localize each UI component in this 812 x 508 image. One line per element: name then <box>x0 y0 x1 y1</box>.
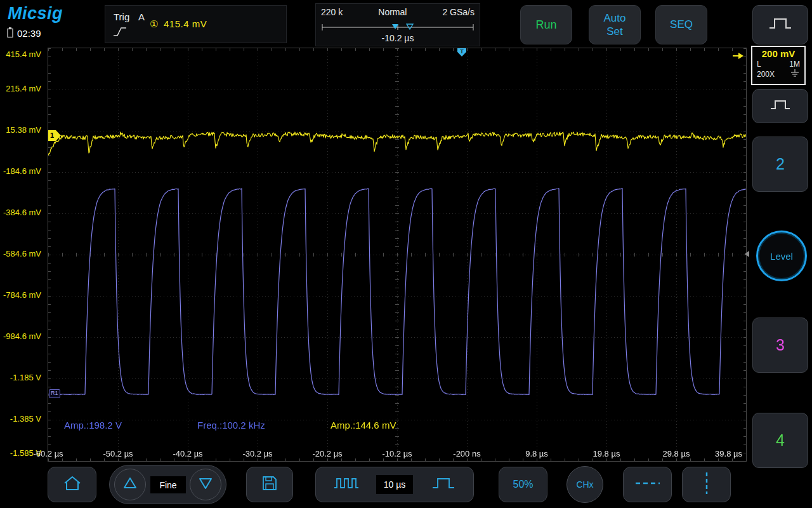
trigger-source: A <box>138 11 145 22</box>
fine-mode-label[interactable]: Fine <box>150 476 186 493</box>
trigger-mode-button[interactable] <box>752 89 808 123</box>
timebase-zoom-out-button[interactable] <box>316 467 376 502</box>
channel2-label: 2 <box>776 155 785 173</box>
channel2-button[interactable]: 2 <box>752 137 808 192</box>
measurement-readout: Freq.:100.2 kHz <box>197 420 265 431</box>
triangle-up-icon <box>122 476 138 493</box>
y-axis-label: -1.385 V <box>1 414 41 424</box>
acquisition-status-box[interactable]: 220 k Normal 2 GSa/s -10.2 µs <box>315 3 480 46</box>
multi-pulse-icon <box>334 475 359 494</box>
trigger-channel-badge: ① <box>150 18 158 30</box>
auto-set-button[interactable]: Auto Set <box>589 5 641 44</box>
measurement-readout: Amp.:144.6 mV <box>331 420 396 431</box>
save-button[interactable] <box>246 467 293 502</box>
home-icon <box>63 475 82 494</box>
single-pulse-icon <box>432 475 455 494</box>
reference-waveform-marker[interactable]: R1 <box>49 389 60 398</box>
channel1-probe: 200X <box>757 70 775 79</box>
channel1-settings[interactable]: 200 mV L 1M 200X <box>751 46 806 85</box>
channel4-label: 4 <box>776 431 785 450</box>
x-axis-label: -40.2 µs <box>173 449 202 458</box>
trigger-slope-button[interactable] <box>752 5 808 44</box>
vertical-cursor-button[interactable] <box>682 467 731 502</box>
y-axis-label: -384.6 mV <box>1 208 41 217</box>
trigger-info-box[interactable]: Trig A ① 415.4 mV <box>105 5 287 43</box>
rising-edge-icon <box>113 26 127 40</box>
channel4-button[interactable]: 4 <box>752 413 808 468</box>
window-position-tick <box>407 24 413 29</box>
fine-adjust-group: Fine <box>109 465 226 504</box>
level-knob[interactable]: Level <box>756 231 807 281</box>
y-axis-label: 15.38 mV <box>1 125 41 135</box>
run-stop-button[interactable]: Run <box>520 5 572 44</box>
horizontal-dashed-line-icon <box>635 478 660 491</box>
y-axis-label: -584.6 mV <box>1 249 41 258</box>
home-button[interactable] <box>48 467 96 502</box>
memory-depth: 220 k <box>321 7 343 17</box>
trigger-level-value: 415.4 mV <box>164 18 207 29</box>
y-axis-label: 215.4 mV <box>1 84 41 93</box>
x-axis-label: 29.8 µs <box>663 449 690 458</box>
horizontal-cursor-button[interactable] <box>623 467 672 502</box>
measurement-readout: Amp.:198.2 V <box>64 420 122 431</box>
x-axis-label: 9.8 µs <box>525 449 548 458</box>
trigger-label: Trig <box>114 11 129 22</box>
channel3-button[interactable]: 3 <box>752 318 808 373</box>
vertical-dashed-line-icon <box>701 472 712 497</box>
level-knob-label: Level <box>770 251 793 262</box>
trigger-level-arrow[interactable] <box>733 51 744 62</box>
x-axis-label: 39.8 µs <box>715 449 742 458</box>
decrement-button[interactable] <box>190 469 221 500</box>
acquisition-mode: Normal <box>378 7 407 17</box>
timebase-control: 10 µs <box>315 467 474 502</box>
sample-rate: 2 GSa/s <box>442 7 475 17</box>
channel3-label: 3 <box>776 336 785 354</box>
channel1-coupling: L <box>757 60 761 69</box>
seq-button[interactable]: SEQ <box>655 5 707 44</box>
y-axis-label: -784.6 mV <box>1 290 41 300</box>
horizontal-position-indicator <box>321 22 475 32</box>
level-pointer-icon <box>745 251 749 257</box>
x-axis-label: -200 ns <box>453 449 480 458</box>
waveform-canvas[interactable] <box>48 48 746 461</box>
x-axis-label: -10.2 µs <box>382 449 412 458</box>
x-axis-label: 19.8 µs <box>593 449 620 458</box>
horizontal-delay: -10.2 µs <box>316 33 480 43</box>
y-axis-label: -184.6 mV <box>1 166 41 176</box>
y-axis-label: -984.6 mV <box>1 331 41 341</box>
oscilloscope-app: Micsig 02:39 Trig A ① 415.4 mV 220 k Nor… <box>0 0 812 508</box>
timebase-zoom-in-button[interactable] <box>413 467 473 502</box>
timebase-value[interactable]: 10 µs <box>376 475 413 494</box>
x-axis-label: -20.2 µs <box>312 449 342 458</box>
x-axis-label: -60.2 µs <box>33 449 63 458</box>
graticule[interactable]: T 1 R1 Amp.:198.2 VFreq.:100.2 kHzAmp.:1… <box>48 48 747 462</box>
trigger-position-50-button[interactable]: 50% <box>499 467 547 502</box>
channel1-impedance: 1M <box>789 60 800 69</box>
ground-icon <box>790 69 800 79</box>
save-icon <box>261 475 278 494</box>
increment-button[interactable] <box>114 469 146 500</box>
square-wave-icon <box>769 15 792 34</box>
triangle-down-icon <box>197 476 214 493</box>
y-axis-label: 415.4 mV <box>1 50 41 59</box>
y-axis-label: -1.185 V <box>1 373 41 382</box>
square-wave-icon <box>770 98 790 114</box>
channel1-scale: 200 mV <box>752 48 804 59</box>
x-axis-label: -30.2 µs <box>242 449 272 458</box>
y-axis: 415.4 mV215.4 mV15.38 mV-184.6 mV-384.6 … <box>0 0 44 508</box>
channel-select-button[interactable]: CHx <box>566 466 603 503</box>
x-axis-label: -50.2 µs <box>103 449 133 458</box>
